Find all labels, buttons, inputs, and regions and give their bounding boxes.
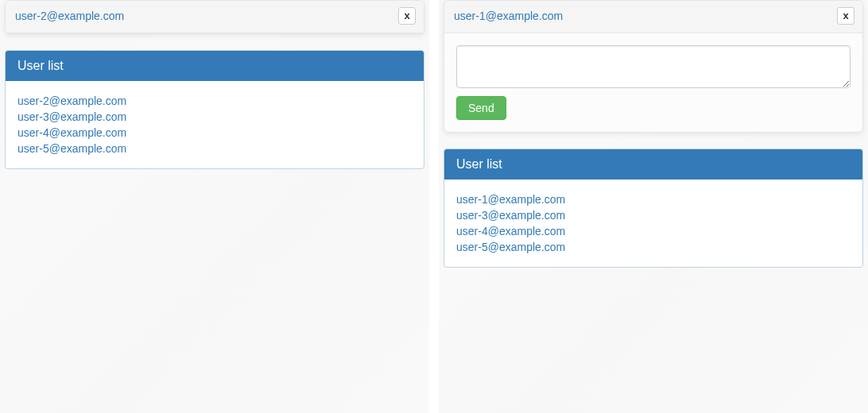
close-button[interactable]: x	[837, 7, 854, 25]
user-list-item[interactable]: user-3@example.com	[17, 109, 412, 125]
send-button[interactable]: Send	[456, 96, 506, 120]
user-list-heading: User list	[6, 51, 424, 81]
user-list-body: user-1@example.com user-3@example.com us…	[444, 179, 862, 267]
user-list-item[interactable]: user-5@example.com	[456, 239, 851, 255]
user-list-item[interactable]: user-3@example.com	[456, 207, 851, 223]
chat-modal: user-2@example.com x	[5, 0, 424, 34]
right-pane: user-1@example.com x Send User list user…	[439, 0, 868, 413]
close-button[interactable]: x	[398, 7, 416, 25]
user-list-item[interactable]: user-4@example.com	[456, 223, 851, 239]
chat-modal-body: Send	[444, 33, 862, 132]
chat-recipient-link[interactable]: user-2@example.com	[15, 10, 124, 22]
user-list-item[interactable]: user-1@example.com	[456, 191, 851, 207]
chat-modal: user-1@example.com x Send	[444, 0, 863, 133]
user-list-panel: User list user-1@example.com user-3@exam…	[444, 149, 863, 268]
chat-modal-header: user-1@example.com x	[444, 1, 862, 33]
left-pane: user-2@example.com x User list user-2@ex…	[0, 0, 429, 413]
message-input[interactable]	[456, 45, 851, 88]
user-list-heading: User list	[444, 149, 862, 179]
user-list-item[interactable]: user-4@example.com	[17, 125, 412, 141]
chat-recipient-link[interactable]: user-1@example.com	[454, 10, 563, 22]
user-list-panel: User list user-2@example.com user-3@exam…	[5, 50, 424, 169]
user-list-body: user-2@example.com user-3@example.com us…	[6, 81, 424, 168]
user-list-item[interactable]: user-5@example.com	[17, 141, 412, 156]
chat-modal-header: user-2@example.com x	[6, 1, 424, 33]
user-list-item[interactable]: user-2@example.com	[17, 93, 412, 109]
